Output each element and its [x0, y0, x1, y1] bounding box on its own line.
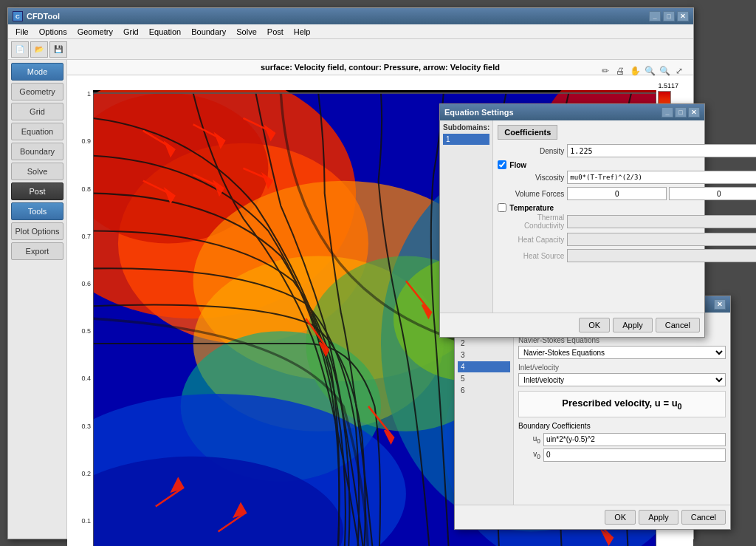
heat-source-label: Heat Source [498, 252, 564, 260]
volume-forces-y[interactable] [669, 187, 756, 200]
thermal-conductivity-input [567, 215, 756, 228]
equation-apply-button[interactable]: Apply [613, 318, 653, 332]
new-button[interactable]: 📄 [11, 41, 29, 58]
y-label-08: 0.8 [81, 185, 91, 193]
density-input[interactable] [567, 144, 756, 157]
y-label-05: 0.5 [81, 327, 91, 335]
maximize-button[interactable]: □ [663, 11, 675, 21]
equation-subdomains-panel: Subdomains: 1 [440, 120, 493, 313]
save-button[interactable]: 💾 [49, 41, 67, 58]
heat-source-input [567, 249, 756, 262]
open-button[interactable]: 📂 [30, 41, 48, 58]
minimize-button[interactable]: _ [649, 11, 661, 21]
heat-capacity-input [567, 233, 756, 246]
temperature-checkbox[interactable] [498, 203, 506, 212]
menu-help[interactable]: Help [289, 26, 315, 38]
volume-forces-x[interactable] [567, 187, 667, 200]
flow-section: Flow [498, 160, 756, 169]
menu-options[interactable]: Options [35, 26, 72, 38]
equation-dialog-content: Subdomains: 1 Coefficients Density Flow … [440, 120, 704, 313]
condition-type-select[interactable]: Inlet/velocity [518, 373, 726, 386]
sidebar-post[interactable]: Post [11, 182, 63, 200]
boundary-flow-panel: Flow Navier-Stokes Equations Navier-Stok… [514, 313, 730, 505]
equation-maximize[interactable]: □ [675, 107, 687, 117]
y-label-01: 0.1 [81, 517, 91, 525]
menu-geometry[interactable]: Geometry [73, 26, 117, 38]
window-controls: _ □ ✕ [649, 11, 689, 21]
plot-toolbar: ✏ 🖨 ✋ 🔍 🔍 ⤢ [599, 64, 686, 78]
boundary-5[interactable]: 5 [458, 373, 510, 384]
zoom-out-icon[interactable]: 🔍 [658, 64, 671, 78]
sidebar-equation[interactable]: Equation [11, 123, 63, 140]
viscosity-row: Viscosity [498, 171, 756, 184]
close-button[interactable]: ✕ [677, 11, 689, 21]
boundary-dialog-buttons: OK Apply Cancel [455, 505, 730, 529]
y-label-04: 0.4 [81, 375, 91, 382]
condition-type-label: Inlet/velocity [518, 364, 726, 372]
menu-bar: File Options Geometry Grid Equation Boun… [8, 24, 693, 39]
menu-grid[interactable]: Grid [119, 26, 143, 38]
menu-file[interactable]: File [11, 26, 33, 38]
equation-dialog-title-text: Equation Settings [444, 108, 514, 117]
sidebar-tools[interactable]: Tools [11, 202, 63, 220]
boundary-dialog-content: Boundaries: 1 2 3 4 5 6 Flow Navier-Stok… [455, 313, 730, 505]
subdomain-1[interactable]: 1 [443, 134, 489, 145]
boundary-cancel-button[interactable]: Cancel [681, 510, 726, 525]
flow-label: Flow [509, 161, 526, 169]
sidebar-solve[interactable]: Solve [11, 163, 63, 180]
fit-icon[interactable]: ⤢ [673, 64, 686, 78]
sidebar-mode[interactable]: Mode [11, 63, 63, 81]
y-label-09: 0.9 [81, 137, 91, 145]
v0-label: v0 [518, 450, 540, 460]
y-label-07: 0.7 [81, 233, 91, 240]
u0-input[interactable] [543, 433, 726, 446]
y-label-06: 0.6 [81, 280, 91, 287]
pencil-icon[interactable]: ✏ [599, 64, 612, 78]
sidebar-geometry[interactable]: Geometry [11, 83, 63, 100]
sidebar: Mode Geometry Grid Equation Boundary Sol… [8, 60, 67, 539]
pan-icon[interactable]: ✋ [628, 64, 642, 78]
equation-type-select[interactable]: Navier-Stokes Equations [518, 346, 726, 359]
viscosity-label: Viscosity [498, 174, 564, 182]
sidebar-plot-options[interactable]: Plot Options [11, 222, 63, 240]
boundary-ok-button[interactable]: OK [605, 510, 636, 525]
color-scale-value: 1.5117 [658, 82, 678, 89]
flow-checkbox[interactable] [498, 160, 506, 169]
y-label-1: 1 [87, 90, 91, 98]
sidebar-export[interactable]: Export [11, 242, 63, 260]
volume-forces-label: Volume Forces [498, 190, 564, 198]
boundary-3[interactable]: 3 [458, 349, 510, 361]
equation-minimize[interactable]: _ [662, 107, 673, 117]
menu-solve[interactable]: Solve [232, 26, 261, 38]
boundary-apply-button[interactable]: Apply [639, 510, 678, 525]
boundary-6[interactable]: 6 [458, 385, 510, 396]
subdomains-list[interactable]: 1 [443, 134, 489, 146]
volume-forces-row: Volume Forces [498, 187, 756, 200]
v0-input[interactable] [543, 448, 726, 462]
menu-equation[interactable]: Equation [145, 26, 185, 38]
heat-capacity-label: Heat Capacity [498, 236, 564, 244]
boundary-4[interactable]: 4 [458, 361, 510, 372]
sidebar-boundary[interactable]: Boundary [11, 143, 63, 160]
y-axis: 0 0.1 0.2 0.3 0.4 0.5 0.6 0.7 0.8 0.9 1 [72, 90, 91, 546]
thermal-conductivity-row: Thermal Conductivity [498, 214, 756, 230]
boundary-2[interactable]: 2 [458, 338, 510, 349]
heat-capacity-row: Heat Capacity [498, 233, 756, 246]
boundary-coeff-section: Boundary Coefficients u0 v0 [518, 422, 726, 462]
equation-close[interactable]: ✕ [688, 107, 700, 117]
app-icon: C [13, 11, 23, 21]
density-label: Density [498, 147, 564, 155]
coefficients-tab[interactable]: Coefficients [498, 125, 557, 140]
toolbar: 📄 📂 💾 [8, 39, 693, 60]
boundary-list-panel: Boundaries: 1 2 3 4 5 6 [455, 313, 514, 505]
zoom-in-icon[interactable]: 🔍 [643, 64, 656, 78]
menu-boundary[interactable]: Boundary [187, 26, 230, 38]
main-title-bar: C CFDTool _ □ ✕ [8, 8, 693, 24]
menu-post[interactable]: Post [263, 26, 288, 38]
equation-cancel-button[interactable]: Cancel [656, 318, 700, 332]
save-image-icon[interactable]: 🖨 [614, 64, 627, 78]
sidebar-grid[interactable]: Grid [11, 103, 63, 120]
equation-ok-button[interactable]: OK [579, 318, 610, 332]
viscosity-input[interactable] [567, 171, 756, 184]
prescribed-text: Prescribed velocity, u = u0 [525, 397, 719, 411]
